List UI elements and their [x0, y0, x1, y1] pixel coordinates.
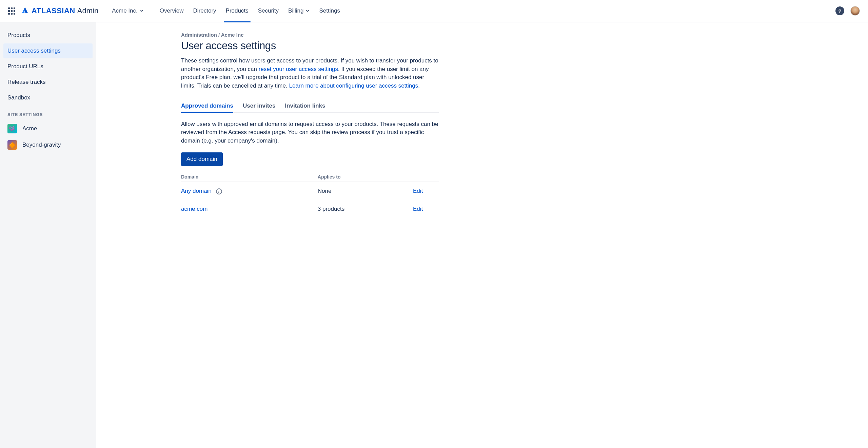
- site-label: Beyond-gravity: [22, 142, 61, 148]
- sidebar-item-sandbox[interactable]: Sandbox: [3, 90, 93, 105]
- nav-directory[interactable]: Directory: [189, 0, 221, 22]
- main: Administration / Acme Inc User access se…: [96, 22, 868, 448]
- nav-overview[interactable]: Overview: [155, 0, 189, 22]
- breadcrumb[interactable]: Administration / Acme Inc: [181, 32, 439, 38]
- page-title: User access settings: [181, 40, 439, 52]
- avatar[interactable]: [850, 6, 860, 16]
- info-icon[interactable]: i: [216, 188, 222, 194]
- sidebar-item-product-urls[interactable]: Product URLs: [3, 59, 93, 74]
- page-description: These settings control how users get acc…: [181, 57, 439, 90]
- edit-link[interactable]: Edit: [413, 206, 423, 212]
- header-right: ?: [835, 6, 860, 16]
- tab-invitation-links[interactable]: Invitation links: [285, 100, 325, 112]
- atlassian-icon: [21, 6, 29, 16]
- tab-user-invites[interactable]: User invites: [243, 100, 275, 112]
- table-row: Any domain i None Edit: [181, 182, 439, 200]
- sidebar-item-release-tracks[interactable]: Release tracks: [3, 75, 93, 90]
- brand-suffix: Admin: [77, 6, 98, 15]
- site-icon: 🔶: [7, 140, 17, 150]
- col-header-domain: Domain: [181, 174, 318, 180]
- nav-billing-label: Billing: [288, 7, 303, 14]
- table-header: Domain Applies to: [181, 174, 439, 182]
- nav-billing[interactable]: Billing: [283, 0, 314, 22]
- help-icon[interactable]: ?: [835, 6, 844, 15]
- site-label: Acme: [22, 125, 37, 132]
- col-header-applies: Applies to: [318, 174, 413, 180]
- app-switcher-icon[interactable]: [8, 7, 15, 15]
- tab-description: Allow users with approved email domains …: [181, 120, 439, 145]
- site-icon: 👾: [7, 124, 17, 133]
- reset-link[interactable]: reset your user access settings: [259, 66, 338, 72]
- divider: [152, 6, 152, 16]
- nav-security[interactable]: Security: [253, 0, 283, 22]
- top-header: ATLASSIAN Admin Acme Inc. Overview Direc…: [0, 0, 868, 22]
- chevron-down-icon: [140, 9, 144, 13]
- top-nav: Overview Directory Products Security Bil…: [155, 0, 345, 22]
- tabs: Approved domains User invites Invitation…: [181, 100, 439, 113]
- nav-settings[interactable]: Settings: [314, 0, 344, 22]
- table-row: acme.com 3 products Edit: [181, 200, 439, 218]
- site-item-acme[interactable]: 👾 Acme: [3, 120, 93, 137]
- add-domain-button[interactable]: Add domain: [181, 152, 223, 166]
- org-picker[interactable]: Acme Inc.: [106, 7, 149, 14]
- site-item-beyond-gravity[interactable]: 🔶 Beyond-gravity: [3, 137, 93, 153]
- sidebar-item-user-access[interactable]: User access settings: [3, 43, 93, 58]
- sidebar-section-label: SITE SETTINGS: [3, 106, 93, 120]
- nav-products[interactable]: Products: [221, 0, 253, 22]
- sidebar: Products User access settings Product UR…: [0, 22, 96, 448]
- domains-table: Domain Applies to Any domain i None Edit…: [181, 174, 439, 218]
- learn-more-link[interactable]: Learn more about configuring user access…: [289, 82, 418, 89]
- tab-approved-domains[interactable]: Approved domains: [181, 100, 233, 112]
- applies-value: None: [318, 188, 413, 194]
- chevron-down-icon: [305, 9, 310, 13]
- brand-name: ATLASSIAN: [32, 6, 75, 15]
- org-picker-label: Acme Inc.: [112, 7, 138, 14]
- logo[interactable]: ATLASSIAN Admin: [21, 6, 98, 16]
- domain-link[interactable]: Any domain: [181, 188, 212, 194]
- sidebar-item-products[interactable]: Products: [3, 28, 93, 43]
- edit-link[interactable]: Edit: [413, 188, 423, 194]
- domain-link[interactable]: acme.com: [181, 206, 208, 212]
- applies-value: 3 products: [318, 206, 413, 212]
